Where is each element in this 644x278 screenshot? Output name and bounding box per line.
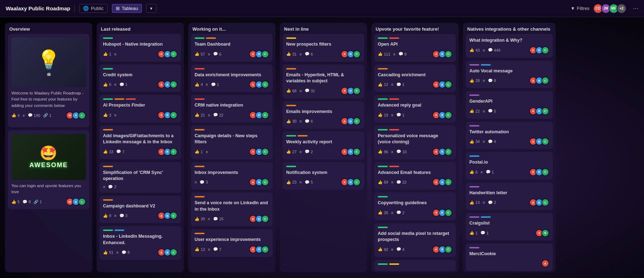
card-crm-simplification[interactable]: Simplification of 'CRM Sync' operation ≡… — [99, 162, 181, 193]
welcome-meta: 👍 4 ≡ 💬 190 🔗 1 — [11, 112, 86, 119]
card-awesome[interactable]: 🤩 AWESOME You can login and upvote featu… — [8, 130, 89, 210]
card-title: Emails improvements — [286, 109, 361, 115]
card-cascading-enrichment[interactable]: Cascading enrichment 👍12 ≡ 💬1 A B C — [374, 65, 456, 92]
card-meta: 👍21 ≡ 💬22 A B C — [195, 111, 269, 119]
card-meta: 👍33 💬7 A B C — [103, 148, 177, 156]
avatar-extra[interactable]: +2 — [617, 4, 627, 14]
card-title: Auto Vocal message — [469, 68, 549, 74]
card-auto-vocal[interactable]: Auto Vocal message 👍28 ≡ 💬8 A B C — [466, 61, 553, 88]
card-hubspot[interactable]: Hubspot - Native integration 👍1 ≡ A B C — [99, 34, 181, 62]
card-advanced-reply-goal[interactable]: Advanced reply goal 👍19 ≡ 💬1 A B C — [374, 95, 456, 123]
card-inbox-linkedin[interactable]: Inbox - LinkedIn Messaging. Enhanced. 👍5… — [99, 226, 181, 260]
card-welcome[interactable]: 💡 🤖 Welcome to Waalaxy Public Roadmap - … — [8, 34, 89, 127]
card-data-enrichment[interactable]: Data enrichment improvements 👍4 ≡ 💬1 A B… — [191, 65, 273, 92]
link-icon: 🔗 — [43, 113, 48, 118]
card-twitter-automation[interactable]: Twitter automation 👍34 ≡ 💬4 A B C — [466, 122, 553, 149]
card-weekly-activity[interactable]: Weekly activity report 👍27 ≡ 💬2 A B C — [283, 132, 364, 159]
card-meta: 👍13 ≡ 💬2 A B C — [469, 199, 549, 206]
card-empty-tags[interactable] — [374, 260, 456, 271]
card-meta: 👍51 ≡ 💬8 A B C — [103, 248, 177, 256]
avatar: C — [353, 50, 361, 58]
card-what-integration[interactable]: What integration & Why? 👍43 ≡ 💬449 A B C — [466, 34, 553, 58]
card-meta: ≡ 💬2 — [103, 185, 177, 189]
card-title: Handwritten letter — [469, 190, 549, 196]
more-menu-button[interactable]: ··· — [633, 5, 638, 12]
avatar: C — [541, 138, 549, 145]
awesome-avatars: W A L — [66, 198, 86, 206]
desc-icon: ≡ — [22, 113, 25, 118]
card-open-api[interactable]: Open API 👍111 ≡ 💬8 A B C — [374, 34, 456, 62]
card-merci-cookie[interactable]: MerciCookie A — [466, 243, 553, 271]
column-working-title: Working on it... — [188, 23, 275, 34]
avatar: C — [541, 199, 549, 206]
card-social-media-pixel[interactable]: Add social media pixel to retarget prosp… — [374, 223, 456, 257]
avatar: C — [261, 148, 269, 156]
filter-button[interactable]: ▼ Filtres — [571, 6, 589, 11]
card-credit-system[interactable]: Credit system 👍6 ≡ 💬1 A B C — [99, 65, 181, 92]
card-emails-improvements[interactable]: Emails improvements 👍30 ≡ 💬6 A B C — [283, 101, 364, 129]
card-craigslist[interactable]: Craigslist 👍1 💬1 A B — [466, 213, 553, 241]
tableau-view-btn[interactable]: ⊞ Tableau — [112, 4, 142, 13]
card-title: Send a voice note on LinkedIn and in the… — [195, 200, 269, 212]
card-voice-cloning[interactable]: Personalized voice message (voice clonin… — [374, 125, 456, 159]
card-title: Craigslist — [469, 220, 549, 227]
card-title: Cascading enrichment — [378, 72, 452, 78]
avatar: C — [353, 117, 361, 125]
card-meta: 👍3 ≡ A B C — [103, 111, 177, 119]
card-postal-io[interactable]: Postal.io 👍6 ≡ 💬1 A B C — [466, 152, 553, 180]
card-meta: 👍6 ≡ 💬1 A B C — [469, 168, 549, 176]
card-crm-native[interactable]: CRM native integration 👍21 ≡ 💬22 A B C — [191, 95, 273, 123]
card-advanced-email[interactable]: Advanced Email features 👍69 ≡ 💬22 A B C — [374, 162, 456, 190]
column-overview-body: 💡 🤖 Welcome to Waalaxy Public Roadmap - … — [5, 34, 92, 272]
avatar: C — [261, 50, 269, 58]
card-title: What integration & Why? — [469, 37, 549, 44]
card-new-prospects-filters[interactable]: New prospects filters 👍31 ≡ 💬6 A B C — [283, 34, 364, 62]
comment-icon: 💬 — [22, 200, 27, 204]
card-team-dashboard[interactable]: Team Dashboard 👍57 ≡ 💬6 A B C — [191, 34, 273, 62]
card-meta: 👍92 ≡ 💬4 A B C — [378, 246, 452, 253]
card-meta: 👍28 ≡ 💬8 A B C — [469, 77, 549, 84]
avatar: C — [170, 248, 177, 256]
card-inbox-improvements[interactable]: Inbox improvements ≡ 💬3 A B C — [191, 162, 273, 190]
card-campaign-dashboard-v2[interactable]: Campaign dashboard V2 👍9 ≡ 💬3 A B C — [99, 196, 181, 223]
card-meta: 👍111 ≡ 💬8 A B C — [378, 50, 452, 58]
card-title: Data enrichment improvements — [195, 72, 269, 78]
card-title: Postal.io — [469, 159, 549, 166]
card-title: Copywriting guidelines — [378, 200, 452, 206]
card-meta: 👍22 ≡ 💬5 A B C — [469, 107, 549, 115]
board: Overview 💡 🤖 Welcome to Waalaxy Public R… — [0, 17, 644, 278]
welcome-comments: 💬 190 — [28, 113, 40, 118]
card-title: Add images/GIF/attachments to a Linkedin… — [103, 133, 177, 145]
avatar: L — [78, 198, 86, 206]
card-gender-api[interactable]: GenderAPI 👍22 ≡ 💬5 A B C — [466, 91, 553, 119]
card-voice-note[interactable]: Send a voice note on LinkedIn and in the… — [191, 192, 273, 226]
card-meta: 👍27 ≡ 💬2 A B C — [286, 148, 361, 156]
card-title: Add social media pixel to retarget prosp… — [378, 231, 452, 243]
card-campaign-details[interactable]: Campaign details - New steps filters 👍1 … — [191, 125, 273, 159]
card-notification-system[interactable]: Notification system 👍23 ≡ 💬5 A B C — [283, 162, 364, 190]
card-handwritten-letter[interactable]: Handwritten letter 👍13 ≡ 💬2 A B C — [466, 182, 553, 210]
card-title: Personalized voice message (voice clonin… — [378, 133, 452, 145]
avatar: C — [353, 87, 361, 95]
avatar: C — [444, 81, 452, 88]
card-ux-improvements[interactable]: User experience improvements 👍13 ≡ 💬7 A … — [191, 229, 273, 257]
avatar: C — [353, 178, 361, 186]
welcome-links: 🔗 1 — [43, 113, 51, 118]
public-view-btn[interactable]: 🌐 Public — [79, 4, 107, 13]
card-title: Hubspot - Native integration — [103, 41, 177, 48]
column-natives-title: Natives integrations & other channels — [463, 23, 556, 34]
card-ai-prospects[interactable]: AI Prospects Finder 👍3 ≡ A B C — [99, 95, 181, 123]
avatar: C — [261, 111, 269, 119]
card-title: Advanced Email features — [378, 170, 452, 176]
avatar: C — [444, 111, 452, 119]
card-add-images[interactable]: Add images/GIF/attachments to a Linkedin… — [99, 125, 181, 159]
card-meta: 👍39 ≡ 💬16 A B C — [195, 215, 269, 223]
card-copywriting[interactable]: Copywriting guidelines 👍35 ≡ 💬2 A B C — [374, 192, 456, 220]
card-title: Campaign details - New steps filters — [195, 133, 269, 145]
card-title: Open API — [378, 41, 452, 48]
card-emails-hyperlink[interactable]: Emails - Hyperlink, HTML & variables in … — [283, 65, 364, 98]
column-next-in-line: Next in line New prospects filters 👍31 ≡… — [280, 23, 367, 272]
more-views-btn[interactable]: ▾ — [146, 4, 156, 13]
avatar: C — [170, 148, 177, 156]
card-meta: 👍69 ≡ 💬22 A B C — [378, 178, 452, 186]
